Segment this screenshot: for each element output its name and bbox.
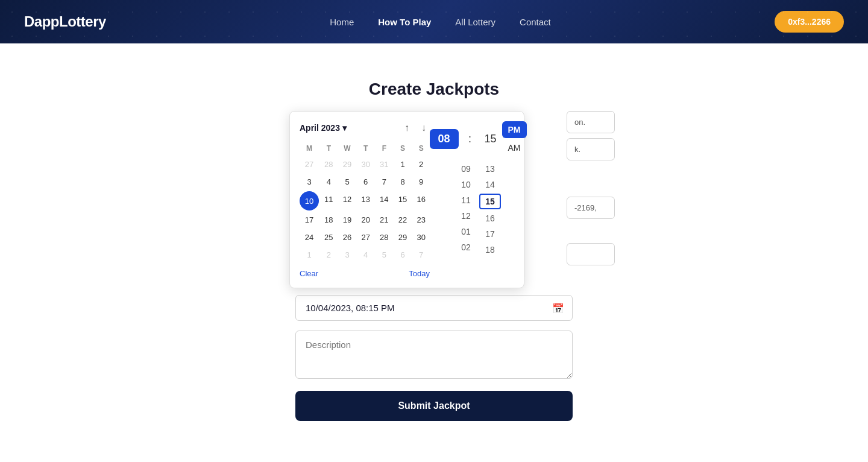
datetime-input[interactable]: [295, 295, 573, 321]
list-item[interactable]: 14: [479, 178, 501, 191]
calendar-icon[interactable]: 📅: [552, 302, 564, 314]
nav-all-lottery[interactable]: All Lottery: [455, 17, 495, 27]
time-separator: :: [461, 129, 479, 149]
brand-logo: DappLottery: [24, 13, 106, 30]
hour-column: 09 10 11 12 01 02: [455, 162, 477, 278]
table-row[interactable]: 3: [339, 247, 356, 263]
table-row[interactable]: 4: [320, 174, 338, 190]
table-row[interactable]: 2: [320, 247, 338, 263]
day-header-mon: M: [300, 142, 319, 155]
table-row[interactable]: 16: [412, 191, 430, 210]
table-row[interactable]: 6: [394, 247, 412, 263]
table-row[interactable]: 7: [376, 174, 393, 190]
calendar-header: April 2023 ▾ ↑ ↓: [300, 121, 430, 134]
partial-field-3: -2169,: [567, 197, 615, 219]
wallet-button[interactable]: 0xf3...2266: [775, 11, 844, 33]
table-row[interactable]: 14: [376, 191, 393, 210]
table-row[interactable]: 18: [320, 212, 338, 228]
table-row[interactable]: 30: [357, 156, 374, 172]
day-header-tue: T: [320, 142, 338, 155]
selected-hour-box[interactable]: 08: [430, 129, 459, 149]
table-row[interactable]: 25: [320, 229, 338, 245]
table-row[interactable]: 29: [339, 156, 356, 172]
main-content: Create Jackpots April 2023 ▾ ↑ ↓: [0, 43, 868, 462]
month-text: April 2023: [300, 123, 340, 133]
table-row[interactable]: 17: [300, 212, 319, 228]
table-row[interactable]: 12: [339, 191, 356, 210]
calendar-nav-arrows: ↑ ↓: [401, 121, 430, 134]
table-row[interactable]: 30: [412, 229, 430, 245]
today-button[interactable]: Today: [409, 269, 430, 278]
focused-minute[interactable]: 15: [479, 194, 501, 209]
table-row[interactable]: 1: [394, 156, 412, 172]
table-row[interactable]: 26: [339, 229, 356, 245]
table-row[interactable]: 29: [394, 229, 412, 245]
right-partial-fields: on. k. -2169,: [567, 111, 615, 270]
table-row[interactable]: 4: [357, 247, 374, 263]
table-row[interactable]: 21: [376, 212, 393, 228]
table-row[interactable]: 27: [357, 229, 374, 245]
nav-links: Home How To Play All Lottery Contact: [330, 17, 551, 27]
nav-home[interactable]: Home: [330, 17, 354, 27]
list-item[interactable]: 11: [455, 194, 477, 207]
table-row[interactable]: 5: [376, 247, 393, 263]
table-row[interactable]: 13: [357, 191, 374, 210]
table-row[interactable]: 7: [412, 247, 430, 263]
list-item[interactable]: 17: [479, 227, 501, 241]
next-month-button[interactable]: ↓: [418, 121, 430, 134]
table-row[interactable]: 22: [394, 212, 412, 228]
calendar-grid: M T W T F S S 27 28 29 30 31 1: [300, 142, 430, 263]
list-item[interactable]: 12: [455, 209, 477, 223]
clear-button[interactable]: Clear: [300, 269, 318, 278]
day-header-wed: W: [339, 142, 356, 155]
list-item[interactable]: 10: [455, 178, 477, 191]
table-row[interactable]: 28: [376, 229, 393, 245]
submit-jackpot-button[interactable]: Submit Jackpot: [295, 391, 573, 421]
selected-minute-display: 15: [482, 129, 500, 149]
table-row[interactable]: 2: [412, 156, 430, 172]
nav-contact[interactable]: Contact: [520, 17, 551, 27]
list-item[interactable]: 16: [479, 212, 501, 225]
table-row[interactable]: 9: [412, 174, 430, 190]
list-item[interactable]: 13: [479, 162, 501, 176]
table-row[interactable]: 1: [300, 247, 319, 263]
partial-field-2: k.: [567, 138, 615, 160]
nav-how-to-play[interactable]: How To Play: [378, 17, 431, 27]
description-textarea[interactable]: [295, 331, 573, 379]
table-row[interactable]: 5: [339, 174, 356, 190]
cal-and-time: April 2023 ▾ ↑ ↓ M T W T: [300, 121, 514, 278]
month-label[interactable]: April 2023 ▾: [300, 123, 347, 133]
table-row[interactable]: 28: [320, 156, 338, 172]
ampm-group: PM AM: [502, 121, 527, 156]
table-row[interactable]: 8: [394, 174, 412, 190]
list-item[interactable]: 02: [455, 241, 477, 254]
list-item[interactable]: 01: [455, 225, 477, 238]
calendar-popup: April 2023 ▾ ↑ ↓ M T W T: [289, 111, 524, 288]
minute-column: 13 14 15 16 17 18: [479, 162, 501, 278]
navbar: DappLottery Home How To Play All Lottery…: [0, 0, 868, 43]
table-row[interactable]: 24: [300, 229, 319, 245]
prev-month-button[interactable]: ↑: [401, 121, 413, 134]
list-item[interactable]: 18: [479, 243, 501, 256]
table-row[interactable]: 6: [357, 174, 374, 190]
day-header-thu: T: [357, 142, 374, 155]
partial-field-1: on.: [567, 111, 615, 133]
partial-field-4: [567, 243, 615, 265]
time-top-row: 08 : 15 PM AM: [442, 121, 514, 156]
table-row[interactable]: 3: [300, 174, 319, 190]
chevron-down-icon: ▾: [342, 123, 347, 133]
datetime-input-wrapper: 📅: [295, 295, 573, 321]
selected-day[interactable]: 10: [300, 191, 319, 210]
table-row[interactable]: 20: [357, 212, 374, 228]
table-row[interactable]: 23: [412, 212, 430, 228]
page-title: Create Jackpots: [369, 80, 499, 99]
table-row[interactable]: 27: [300, 156, 319, 172]
pm-button[interactable]: PM: [502, 121, 527, 138]
am-button[interactable]: AM: [502, 139, 527, 156]
table-row[interactable]: 31: [376, 156, 393, 172]
table-row[interactable]: 19: [339, 212, 356, 228]
list-item[interactable]: 09: [455, 162, 477, 176]
time-scroll-area: 09 10 11 12 01 02 13 14 15 16 17: [442, 162, 514, 278]
table-row[interactable]: 15: [394, 191, 412, 210]
table-row[interactable]: 11: [320, 191, 338, 210]
